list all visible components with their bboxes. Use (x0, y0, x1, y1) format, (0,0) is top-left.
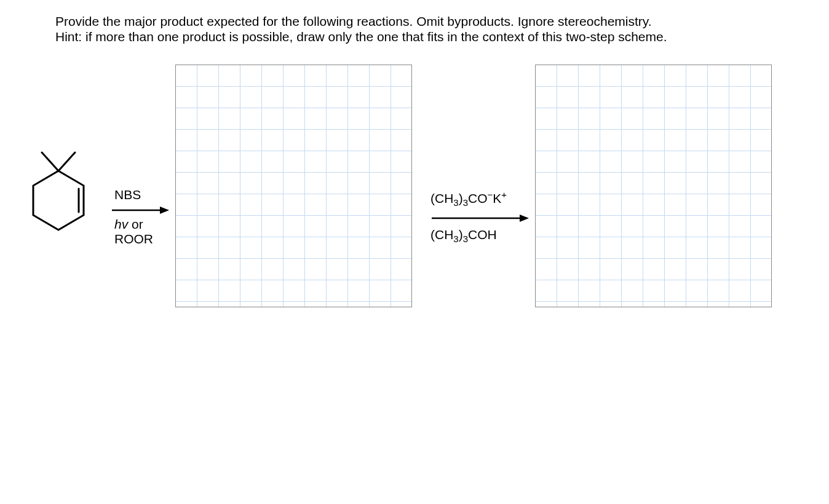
reagent1-hv: hv (114, 217, 128, 231)
reagent1-or: or (128, 217, 143, 231)
reagent1-bottom: hv or ROOR (114, 217, 153, 246)
r2t-mid: ) (459, 191, 463, 205)
svg-line-1 (42, 152, 58, 171)
question-text: Provide the major product expected for t… (55, 14, 781, 44)
r2b-pre: (CH (430, 227, 453, 242)
reaction-scheme: NBS hv or ROOR (CH3)3CO−K+ (CH3)3COH (18, 65, 772, 307)
reagent1-top: NBS (114, 187, 141, 202)
svg-marker-6 (520, 215, 529, 222)
r2b-sub1: 3 (453, 234, 458, 244)
r2b-end: COH (468, 227, 497, 242)
r2t-co: CO (468, 191, 488, 205)
r2t-pre: (CH (430, 191, 453, 205)
reagent2-top: (CH3)3CO−K+ (430, 189, 507, 208)
r2t-sup2: + (501, 189, 507, 200)
r2t-k: K (493, 191, 501, 205)
answer-box-2[interactable] (535, 65, 772, 307)
starting-material-structure (18, 125, 98, 266)
answer-box-1[interactable] (175, 65, 412, 307)
question-line2: Hint: if more than one product is possib… (55, 30, 667, 44)
r2t-sub2: 3 (463, 197, 468, 208)
reaction2-conditions: (CH3)3CO−K+ (CH3)3COH (430, 189, 529, 244)
r2b-mid: ) (459, 227, 463, 242)
reaction1-conditions: NBS hv or ROOR (111, 187, 169, 246)
reaction-arrow-1 (111, 206, 169, 215)
svg-line-2 (58, 152, 75, 171)
r2b-sub2: 3 (463, 234, 468, 244)
reagent2-bottom: (CH3)3COH (430, 227, 497, 244)
reaction-arrow-2 (430, 214, 529, 222)
r2t-sub1: 3 (453, 197, 458, 208)
svg-marker-4 (160, 207, 169, 214)
question-line1: Provide the major product expected for t… (55, 14, 652, 28)
r2t-sup1: − (488, 189, 493, 200)
reagent1-roor: ROOR (114, 232, 153, 246)
